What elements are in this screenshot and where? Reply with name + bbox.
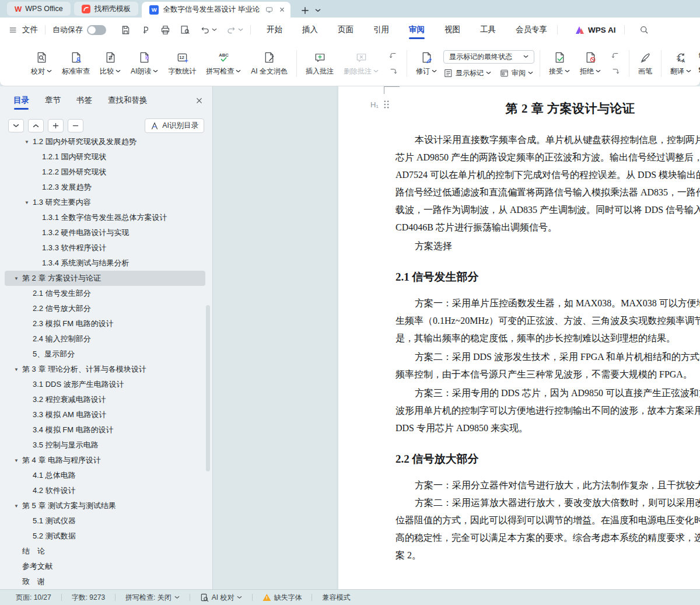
- sidebar-tab-find-replace[interactable]: 查找和替换: [108, 95, 148, 110]
- ribbon-button-accept[interactable]: 接受: [545, 49, 573, 78]
- toc-item[interactable]: 1.2.3 发展趋势: [5, 180, 205, 195]
- ribbon-button-insert-comment[interactable]: 插入批注: [302, 49, 337, 78]
- toc-item[interactable]: ▼第 4 章 电路与程序设计: [5, 453, 205, 468]
- toc-item[interactable]: 4.2 软件设计: [5, 483, 205, 498]
- tab-docer-templates[interactable]: 找稻壳模板: [74, 2, 139, 16]
- ribbon-button-track-changes[interactable]: 修订: [412, 49, 440, 78]
- ribbon-button-t2s[interactable]: 繁转简: [698, 66, 700, 76]
- ribbon-button-comment-prev[interactable]: [388, 51, 398, 61]
- ai-recognize-toc-button[interactable]: AI识别目录: [145, 118, 204, 133]
- close-sidebar-icon[interactable]: [195, 97, 203, 108]
- toc-item[interactable]: 5、显示部分: [5, 347, 205, 362]
- ribbon-button-word-count[interactable]: 12字数统计: [164, 49, 200, 78]
- toc-item[interactable]: 5.1 测试仪器: [5, 513, 205, 529]
- save-button[interactable]: [120, 25, 131, 36]
- toc-item[interactable]: 致 谢: [5, 574, 205, 589]
- sidebar-tab-chapters[interactable]: 章节: [45, 95, 61, 110]
- collapse-arrow-icon[interactable]: ▼: [14, 503, 22, 509]
- ribbon-button-change-next[interactable]: [610, 67, 621, 76]
- ribbon-button-ai-polish[interactable]: AI 全文润色: [247, 49, 291, 78]
- toc-item[interactable]: 1.3.4 系统测试与结果分析: [5, 256, 205, 271]
- collapse-arrow-icon[interactable]: ▼: [24, 139, 33, 145]
- ribbon-button-proofread[interactable]: 校对: [27, 49, 55, 78]
- collapse-arrow-icon[interactable]: ▼: [14, 367, 22, 372]
- menu-member[interactable]: 会员专享: [506, 18, 557, 42]
- ribbon-button-delete-comment[interactable]: 删除批注: [340, 49, 382, 78]
- ribbon-button-std-review[interactable]: 标准审查: [58, 49, 93, 78]
- redo-button[interactable]: [226, 25, 243, 36]
- file-menu[interactable]: 文件: [8, 25, 45, 35]
- menu-reference[interactable]: 引用: [363, 18, 399, 42]
- menu-view[interactable]: 视图: [435, 18, 470, 42]
- toc-item[interactable]: ▼第 2 章 方案设计与论证: [5, 271, 205, 286]
- toc-item[interactable]: 3.2 程控衰减电路设计: [5, 392, 205, 407]
- undo-button[interactable]: [200, 25, 217, 36]
- ribbon-button-pen[interactable]: 画笔: [635, 49, 656, 78]
- menu-page[interactable]: 页面: [328, 18, 363, 42]
- ribbon-button-reject[interactable]: 拒绝: [576, 49, 604, 78]
- toc-item[interactable]: 3.1 DDS 波形产生电路设计: [5, 377, 205, 392]
- new-tab-button[interactable]: [301, 6, 309, 15]
- toc-item[interactable]: 1.3.1 全数字信号发生器总体方案设计: [5, 210, 205, 225]
- print-preview-button[interactable]: [180, 25, 191, 36]
- print-button[interactable]: [160, 25, 171, 36]
- ribbon-button-show-markup[interactable]: 显示标记: [443, 68, 491, 78]
- ribbon-button-review-pane[interactable]: 审阅: [499, 68, 533, 78]
- collapse-arrow-icon[interactable]: ▼: [24, 200, 33, 205]
- toc-item[interactable]: 1.2.2 国外研究现状: [5, 165, 205, 180]
- collapse-arrow-icon[interactable]: ▼: [14, 276, 22, 281]
- tab-wps-office[interactable]: W WPS Office: [7, 2, 71, 16]
- spellcheck-status[interactable]: 拼写检查: 关闭: [116, 593, 190, 603]
- ai-proofread-status[interactable]: AI 校对: [190, 593, 253, 603]
- toc-item[interactable]: 1.2.1 国内研究现状: [5, 149, 205, 165]
- ribbon-button-translate[interactable]: 文A翻译: [667, 49, 695, 78]
- tab-list-chevron-icon[interactable]: [315, 9, 321, 12]
- toc-item[interactable]: 5.2 测试数据: [5, 529, 205, 544]
- menu-insert[interactable]: 插入: [292, 18, 328, 42]
- export-pdf-button[interactable]: [140, 25, 151, 36]
- word-count-indicator[interactable]: 字数: 9273: [62, 593, 115, 603]
- expand-all-button[interactable]: [48, 119, 64, 132]
- toc-item[interactable]: 4.1 总体电路: [5, 468, 205, 483]
- toc-item[interactable]: 3.5 控制与显示电路: [5, 438, 205, 453]
- toc-item[interactable]: 参考文献: [5, 559, 205, 574]
- toc-item[interactable]: 2.4 输入控制部分: [5, 331, 205, 347]
- search-icon[interactable]: [633, 25, 655, 35]
- markup-state-dropdown[interactable]: 显示标记的最终状态: [443, 50, 534, 64]
- missing-font-warning[interactable]: !缺失字体: [253, 593, 312, 603]
- ribbon-button-s2t[interactable]: 简转繁: [698, 51, 700, 61]
- toc-item[interactable]: 1.3.2 硬件电路设计与实现: [5, 225, 205, 240]
- collapse-arrow-icon[interactable]: ▼: [14, 458, 22, 463]
- sidebar-tab-contents[interactable]: 目录: [13, 95, 29, 110]
- compatibility-mode-badge[interactable]: 兼容模式: [312, 593, 360, 603]
- drag-handle-icon[interactable]: [383, 100, 390, 109]
- ribbon-button-comment-next[interactable]: [388, 67, 398, 76]
- collapse-heading-button[interactable]: [28, 119, 44, 132]
- close-tab-icon[interactable]: [279, 6, 285, 13]
- ribbon-button-compare[interactable]: 比较: [96, 49, 124, 78]
- autosave-toggle[interactable]: [87, 25, 106, 35]
- wps-ai-button[interactable]: WPS AI: [567, 26, 624, 34]
- menu-tools[interactable]: 工具: [470, 18, 506, 42]
- document-page[interactable]: H₁ 第 2 章 方案设计与论证 本设计采用直接数字频率合成。单片机从键盘获得控…: [338, 86, 700, 589]
- toc-item[interactable]: 2.2 信号放大部分: [5, 301, 205, 316]
- menu-review[interactable]: 审阅: [399, 18, 435, 42]
- tab-document[interactable]: W 全数字信号发生器设计 毕业论: [142, 2, 290, 18]
- toc-item[interactable]: 2.3 模拟 FM 电路的设计: [5, 316, 205, 331]
- toc-item[interactable]: ▼第 5 章 测试方案与测试结果: [5, 498, 205, 513]
- expand-heading-button[interactable]: [8, 119, 24, 132]
- toc-item[interactable]: ▼第 3 章 理论分析、计算与各模块设计: [5, 362, 205, 377]
- ribbon-button-spell-check[interactable]: ABC拼写检查: [202, 49, 244, 78]
- enter-fullscreen-icon[interactable]: [265, 6, 274, 14]
- menu-home[interactable]: 开始: [257, 18, 292, 42]
- toc-item[interactable]: 2.1 信号发生部分: [5, 286, 205, 301]
- page-indicator[interactable]: 页面: 10/27: [6, 593, 61, 603]
- toc-item[interactable]: 3.4 模拟 FM 电路的设计: [5, 422, 205, 438]
- collapse-all-button[interactable]: [68, 119, 83, 132]
- sidebar-tab-bookmarks[interactable]: 书签: [76, 95, 92, 110]
- toc-item[interactable]: 3.3 模拟 AM 电路设计: [5, 407, 205, 422]
- ribbon-button-change-prev[interactable]: [610, 51, 621, 61]
- toc-item[interactable]: 结 论: [5, 544, 205, 559]
- toc-item[interactable]: ▼1.3 研究主要内容: [5, 195, 205, 210]
- ribbon-button-ai-read[interactable]: AI朗读: [127, 49, 162, 78]
